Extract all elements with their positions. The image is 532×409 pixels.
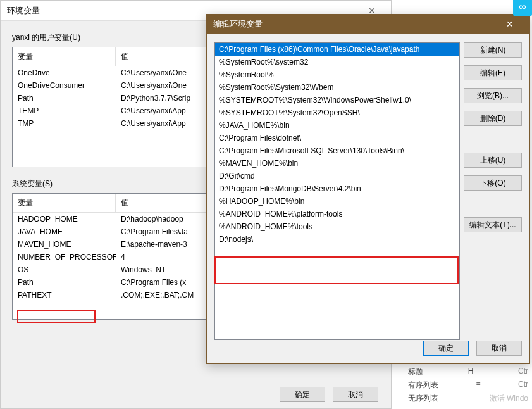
- back-buttons: 确定 取消: [280, 387, 378, 402]
- side-title-key: H: [468, 367, 474, 377]
- list-item[interactable]: %SystemRoot%\system32: [215, 56, 459, 68]
- infinity-icon: ∞: [513, 0, 532, 16]
- list-item[interactable]: %ANDROID_HOME%\tools: [215, 220, 459, 233]
- side-panel: 标题 H Ctr 有序列表 ≡ Ctr 无序列表 激活 Windo: [408, 365, 528, 405]
- ok-button[interactable]: 确定: [280, 387, 325, 402]
- move-down-button[interactable]: 下移(O): [464, 175, 522, 191]
- front-button-column: 新建(N) 编辑(E) 浏览(B)... 删除(D) 上移(U) 下移(O) 编…: [464, 42, 522, 232]
- var-name: JAVA_HOME: [13, 225, 116, 238]
- ok-button[interactable]: 确定: [423, 341, 469, 356]
- list-item[interactable]: C:\Program Files\Microsoft SQL Server\13…: [215, 144, 459, 157]
- browse-button[interactable]: 浏览(B)...: [464, 88, 522, 103]
- watermark-text: 激活 Windo: [490, 393, 528, 404]
- list-item[interactable]: D:\Program Files\MongoDB\Server\4.2\bin: [215, 182, 459, 195]
- list-item[interactable]: %ANDROID_HOME%\platform-tools: [215, 208, 459, 220]
- close-icon[interactable]: ✕: [497, 15, 523, 34]
- side-ol-label: 有序列表: [408, 380, 438, 391]
- list-item[interactable]: %JAVA_HOME%\bin: [215, 119, 459, 132]
- hdr-var: 变量: [13, 194, 116, 212]
- list-item[interactable]: %HADOOP_HOME%\bin: [215, 195, 459, 208]
- var-name: NUMBER_OF_PROCESSORS: [13, 251, 116, 263]
- side-ul-label: 无序列表: [408, 393, 438, 404]
- back-title-text: 环境变量: [7, 1, 40, 21]
- cancel-button[interactable]: 取消: [333, 387, 378, 402]
- delete-button[interactable]: 删除(D): [464, 111, 522, 126]
- var-name: OneDrive: [13, 66, 116, 79]
- side-ol-shortcut: Ctr: [518, 380, 528, 391]
- edit-button[interactable]: 编辑(E): [464, 65, 522, 80]
- list-item[interactable]: %SYSTEMROOT%\System32\OpenSSH\: [215, 106, 459, 119]
- path-entries-list[interactable]: C:\Program Files (x86)\Common Files\Orac…: [214, 42, 460, 340]
- var-name: TEMP: [13, 104, 116, 117]
- new-button[interactable]: 新建(N): [464, 42, 522, 58]
- var-name: Path: [13, 276, 116, 289]
- list-item[interactable]: %SystemRoot%: [215, 68, 459, 81]
- list-item[interactable]: D:\nodejs\: [215, 233, 459, 246]
- side-ol-key: ≡: [476, 380, 480, 391]
- list-item[interactable]: D:\Git\cmd: [215, 170, 459, 182]
- list-item[interactable]: %SystemRoot%\System32\Wbem: [215, 81, 459, 94]
- front-title-text: 编辑环境变量: [213, 18, 263, 30]
- front-bottom-buttons: 确定 取消: [423, 341, 522, 356]
- list-item[interactable]: %MAVEN_HOME%\bin: [215, 157, 459, 170]
- var-name: OneDriveConsumer: [13, 79, 116, 92]
- list-item[interactable]: C:\Program Files\dotnet\: [215, 132, 459, 144]
- edit-text-button[interactable]: 编辑文本(T)...: [464, 217, 522, 232]
- hdr-var: 变量: [13, 47, 116, 66]
- side-title-label: 标题: [408, 367, 423, 377]
- var-name: Path: [13, 92, 116, 104]
- move-up-button[interactable]: 上移(U): [464, 153, 522, 168]
- var-name: MAVEN_HOME: [13, 238, 116, 251]
- cancel-button[interactable]: 取消: [476, 341, 522, 356]
- list-item[interactable]: C:\Program Files (x86)\Common Files\Orac…: [215, 43, 459, 56]
- edit-env-var-dialog: 编辑环境变量 ✕ C:\Program Files (x86)\Common F…: [206, 14, 530, 364]
- side-title-shortcut: Ctr: [518, 367, 528, 377]
- var-name: HADOOP_HOME: [13, 213, 116, 225]
- var-name: TMP: [13, 117, 116, 130]
- front-title-bar: 编辑环境变量 ✕: [207, 15, 529, 34]
- list-item[interactable]: %SYSTEMROOT%\System32\WindowsPowerShell\…: [215, 94, 459, 106]
- var-name: PATHEXT: [13, 289, 116, 301]
- var-name: OS: [13, 263, 116, 276]
